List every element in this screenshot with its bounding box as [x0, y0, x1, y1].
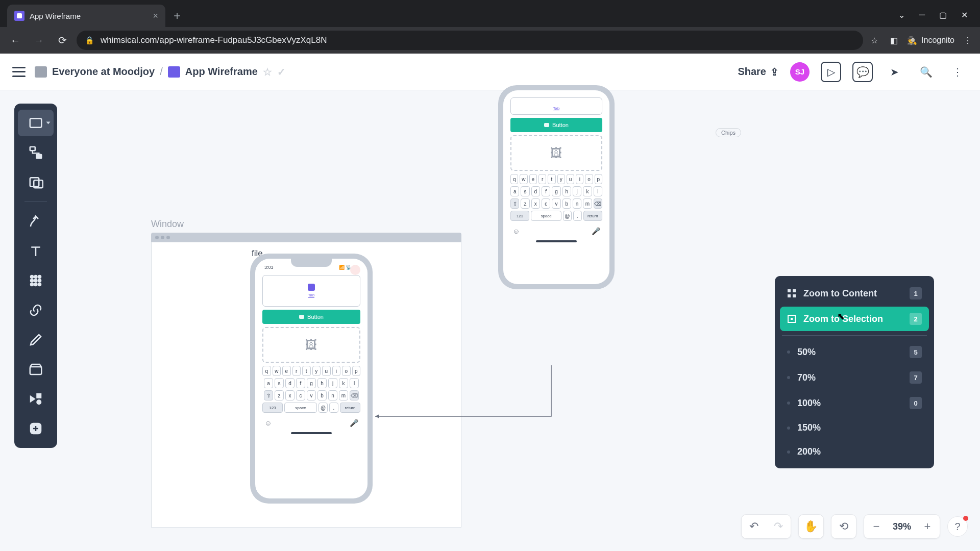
chips-element[interactable]: Chips — [716, 128, 741, 137]
key: space — [531, 211, 561, 221]
key: @ — [563, 211, 572, 221]
wireframe-button: Button — [510, 118, 602, 132]
window-label: Window — [151, 219, 461, 230]
breadcrumb-org[interactable]: Everyone at Moodjoy — [52, 66, 155, 78]
zoom-level-item[interactable]: 50%5 — [780, 340, 929, 364]
phone-mockup-2[interactable]: Tab Button 🖼 qwertyuiopasdfghjkl⇧zxcvbnm… — [498, 85, 615, 289]
hamburger-menu-icon[interactable] — [12, 67, 26, 77]
back-button[interactable]: ← — [6, 31, 24, 49]
zoom-out-button[interactable]: − — [864, 514, 889, 539]
zoom-level-item[interactable]: 100%0 — [780, 391, 929, 415]
zoom-in-button[interactable]: + — [915, 514, 940, 539]
cursor-icon: ⬉ — [837, 311, 845, 322]
key: u — [567, 174, 574, 184]
tab-favicon-icon — [14, 11, 24, 21]
zoom-level-item[interactable]: 200% — [780, 440, 929, 463]
key: o — [585, 174, 593, 184]
tab-close-icon[interactable]: × — [153, 11, 158, 21]
emoji-icon: ☺ — [264, 419, 272, 427]
mic-icon: 🎤 — [592, 227, 600, 235]
key: n — [328, 390, 337, 400]
key: i — [332, 366, 341, 376]
reload-button[interactable]: ⟳ — [53, 31, 71, 49]
key: . — [573, 211, 582, 221]
home-indicator — [291, 432, 332, 434]
incognito-icon: 🕵️ — [907, 36, 917, 45]
zoom-level-item[interactable]: 70%7 — [780, 365, 929, 390]
bullet-icon — [787, 402, 790, 405]
search-icon[interactable]: 🔍 — [916, 62, 936, 82]
send-icon[interactable]: ➤ — [884, 62, 904, 82]
more-menu-icon[interactable]: ⋮ — [947, 62, 968, 82]
key: q — [262, 366, 271, 376]
key: ⇧ — [264, 390, 273, 400]
history-button[interactable]: ⟲ — [831, 514, 856, 539]
hand-tool-button[interactable]: ✋ — [799, 514, 823, 539]
extensions-icon[interactable]: ◧ — [888, 34, 900, 46]
bookmark-star-icon[interactable]: ☆ — [868, 34, 880, 46]
phone-mockup-1[interactable]: 3:03📶 📡 🔋 Tab Button 🖼 qwertyuiopasdfghj… — [250, 254, 373, 504]
undo-button[interactable]: ↶ — [742, 514, 766, 539]
address-bar[interactable]: 🔒 whimsical.com/app-wireframe-Fudpau5J3c… — [77, 31, 863, 50]
minimize-icon[interactable]: ─ — [919, 10, 925, 20]
zoom-level-label: 100% — [797, 398, 821, 409]
browser-tab[interactable]: App Wireframe × — [7, 5, 165, 27]
grid-icon — [787, 289, 796, 298]
home-indicator — [536, 240, 577, 242]
bullet-icon — [787, 350, 790, 354]
shortcut-key: 5 — [910, 346, 922, 358]
new-tab-button[interactable]: + — [165, 9, 189, 27]
org-icon — [35, 66, 47, 78]
redo-button[interactable]: ↷ — [766, 514, 791, 539]
comments-icon[interactable]: 💬 — [852, 62, 873, 82]
forward-button[interactable]: → — [30, 31, 48, 49]
key: ⇧ — [510, 198, 519, 209]
key: r — [538, 174, 546, 184]
zoom-level-label: 70% — [797, 372, 816, 383]
key: a — [510, 186, 519, 196]
key: x — [531, 198, 540, 209]
key: ⌫ — [594, 198, 602, 209]
key: p — [595, 174, 602, 184]
zoom-menu-label: Zoom to Content — [803, 288, 877, 299]
key: 123 — [510, 211, 529, 221]
user-avatar[interactable]: SJ — [790, 62, 810, 82]
key: l — [350, 378, 359, 388]
key: c — [296, 390, 305, 400]
key: h — [317, 378, 327, 388]
close-window-icon[interactable]: ✕ — [961, 10, 968, 20]
chevron-down-icon[interactable]: ⌄ — [898, 10, 905, 20]
zoom-level-label: 50% — [797, 347, 816, 358]
key: v — [307, 390, 316, 400]
help-button[interactable]: ? — [947, 516, 968, 537]
browser-menu-icon[interactable]: ⋮ — [962, 34, 974, 46]
shortcut-key: 2 — [910, 313, 922, 325]
emoji-icon: ☺ — [512, 227, 520, 235]
key: @ — [318, 403, 328, 413]
bullet-icon — [787, 427, 790, 430]
key: s — [521, 186, 529, 196]
key: ⌫ — [350, 390, 359, 400]
zoom-menu-item[interactable]: Zoom to Selection2 — [780, 307, 929, 331]
connector-line[interactable] — [373, 363, 557, 419]
key: y — [312, 366, 321, 376]
zoom-menu-item[interactable]: Zoom to Content1 — [780, 281, 929, 306]
zoom-level-item[interactable]: 150% — [780, 416, 929, 439]
tab-label: Tab — [308, 293, 315, 298]
svg-rect-23 — [791, 318, 793, 320]
favorite-star-icon[interactable]: ☆ — [263, 66, 272, 78]
key: b — [562, 198, 571, 209]
key: return — [583, 211, 602, 221]
key: k — [339, 378, 348, 388]
share-button[interactable]: Share ⇪ — [738, 66, 779, 78]
incognito-badge: 🕵️ Incognito — [907, 36, 954, 45]
bullet-icon — [787, 376, 790, 379]
breadcrumb-doc[interactable]: App Wireframe — [185, 66, 258, 78]
key: f — [296, 378, 305, 388]
key: i — [576, 174, 583, 184]
zoom-level[interactable]: 39% — [889, 521, 915, 532]
wireframe-tab-box: Tab — [262, 275, 360, 307]
present-icon[interactable]: ▷ — [821, 62, 841, 82]
key: d — [285, 378, 295, 388]
maximize-icon[interactable]: ▢ — [939, 10, 947, 20]
